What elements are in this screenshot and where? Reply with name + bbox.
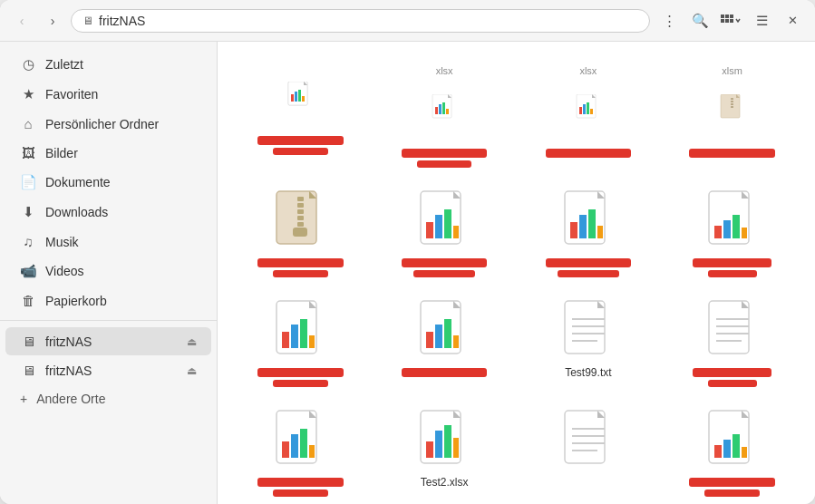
home-icon: ⌂ (20, 116, 36, 131)
file-icon-wrap-3 (556, 78, 621, 143)
location-icon: 🖥 (82, 15, 93, 27)
file-item-xlsx-4[interactable] (664, 179, 800, 285)
sidebar-label-home: Persönlicher Ordner (45, 117, 197, 131)
xlsx-file-icon-5 (273, 297, 327, 363)
document-icon: 📄 (20, 174, 36, 190)
svg-rect-25 (590, 109, 593, 114)
location-bar[interactable]: 🖥 fritzNAS (71, 9, 650, 33)
file-item-txt-1[interactable]: Test99.txt (520, 288, 657, 394)
location-text: fritzNAS (99, 14, 145, 28)
sidebar-item-zuletzt[interactable]: ◷ Zuletzt (5, 50, 211, 79)
svg-rect-106 (742, 447, 747, 458)
file-item-partial-3[interactable]: xlsx (520, 56, 657, 175)
txt-file-icon-2 (705, 297, 760, 363)
svg-rect-30 (731, 103, 733, 105)
file-item-xlsx-test2[interactable]: Test2.xlsx (376, 398, 513, 504)
svg-rect-10 (291, 94, 294, 102)
file-item-zip-1[interactable] (232, 179, 369, 285)
svg-rect-22 (579, 107, 582, 114)
sidebar-item-andere-orte[interactable]: + Andere Orte (5, 385, 211, 412)
svg-rect-28 (731, 98, 733, 100)
svg-rect-37 (297, 209, 304, 214)
svg-rect-69 (444, 319, 451, 348)
xlsx-icon-wrap-6 (412, 297, 477, 363)
svg-rect-19 (446, 109, 449, 114)
svg-rect-43 (426, 222, 433, 238)
sidebar-item-home[interactable]: ⌂ Persönlicher Ordner (5, 110, 211, 138)
svg-rect-13 (302, 96, 305, 102)
xlsx-icon-wrap-5 (267, 297, 333, 363)
sidebar-item-videos[interactable]: 📹 Videos (5, 257, 211, 286)
sidebar-label-fritznas-2: fritzNAS (45, 363, 178, 378)
close-button[interactable]: ✕ (779, 7, 806, 34)
sidebar-item-dokumente[interactable]: 📄 Dokumente (5, 168, 211, 197)
file-item-partial-2[interactable]: xlsx (376, 56, 513, 175)
image-icon: 🖼 (20, 145, 36, 160)
sidebar-item-fritznas-active[interactable]: 🖥 fritzNAS ⏏ (5, 327, 211, 355)
svg-rect-57 (733, 215, 740, 238)
svg-rect-35 (297, 197, 304, 201)
file-type-label-3: xlsx (579, 65, 597, 76)
file-item-partial-1[interactable] (232, 56, 369, 175)
sidebar-item-musik[interactable]: ♫ Musik (5, 228, 211, 256)
file-item-txt-2[interactable] (664, 288, 800, 394)
svg-rect-91 (426, 441, 433, 458)
txt-icon-wrap-test99 (556, 407, 621, 472)
file-item-xlsx-6[interactable] (376, 288, 513, 394)
sidebar-item-bilder[interactable]: 🖼 Bilder (5, 139, 211, 167)
file-area: xlsx xlsx (218, 42, 815, 504)
nas-icon-1: 🖥 (20, 334, 36, 349)
svg-rect-52 (597, 226, 603, 238)
hamburger-button[interactable]: ☰ (748, 7, 775, 34)
sidebar-item-fritznas-2[interactable]: 🖥 fritzNAS ⏏ (5, 356, 211, 384)
file-item-xlsx-last[interactable] (664, 398, 800, 504)
file-icon-wrap-2 (412, 78, 477, 143)
file-type-label-2: xlsx (436, 65, 453, 76)
file-item-xlsx-7[interactable] (232, 398, 369, 504)
file-item-txt-test99[interactable] (520, 398, 657, 504)
back-button[interactable]: ‹ (9, 8, 34, 34)
sidebar-item-favoriten[interactable]: ★ Favoriten (5, 80, 211, 109)
svg-rect-49 (570, 222, 577, 238)
menu-button[interactable]: ⋮ (655, 7, 683, 34)
forward-button[interactable]: › (40, 8, 65, 34)
nas-icon-2: 🖥 (20, 363, 36, 378)
xlsx-file-icon-2 (417, 188, 471, 253)
file-icon-wrap-4 (700, 78, 765, 143)
xlsx-file-icon-4 (705, 188, 760, 253)
svg-rect-38 (297, 216, 304, 220)
svg-rect-88 (309, 445, 315, 458)
svg-rect-93 (444, 425, 451, 458)
sidebar-label-andere: Andere Orte (36, 392, 197, 406)
file-item-xlsx-2[interactable] (376, 179, 513, 285)
svg-rect-31 (731, 106, 733, 108)
svg-rect-45 (444, 209, 451, 238)
svg-rect-92 (435, 431, 442, 458)
file-item-xlsx-3[interactable] (520, 179, 657, 285)
grid-view-icon (721, 15, 733, 27)
file-item-xlsx-5[interactable] (232, 288, 369, 394)
svg-rect-24 (587, 102, 589, 114)
svg-rect-68 (435, 325, 442, 348)
titlebar-actions: ⋮ 🔍 ☰ ✕ (655, 7, 806, 34)
svg-rect-103 (714, 445, 722, 458)
file-name-txt-1: Test99.txt (565, 366, 611, 381)
view-toggle-button[interactable] (717, 7, 744, 34)
sidebar-label-papierkorb: Papierkorb (45, 294, 197, 308)
sidebar-item-downloads[interactable]: ⬇ Downloads (5, 198, 211, 227)
svg-rect-0 (721, 15, 724, 18)
xlsx-file-icon-test2 (417, 407, 471, 472)
search-button[interactable]: 🔍 (686, 7, 713, 34)
file-name-test2: Test2.xlsx (421, 476, 469, 490)
xlsx-icon-wrap-test2 (412, 407, 477, 472)
sidebar-label-downloads: Downloads (45, 205, 197, 219)
svg-rect-70 (453, 335, 459, 348)
titlebar: ‹ › 🖥 fritzNAS ⋮ 🔍 (0, 0, 815, 42)
star-icon: ★ (20, 86, 36, 102)
file-item-partial-4[interactable]: xlsm (664, 56, 800, 175)
svg-rect-105 (733, 434, 740, 458)
sidebar-label-musik: Musik (45, 235, 197, 249)
sidebar-item-papierkorb[interactable]: 🗑 Papierkorb (5, 286, 211, 315)
svg-rect-23 (583, 104, 586, 114)
sidebar-label-dokumente: Dokumente (45, 175, 197, 189)
